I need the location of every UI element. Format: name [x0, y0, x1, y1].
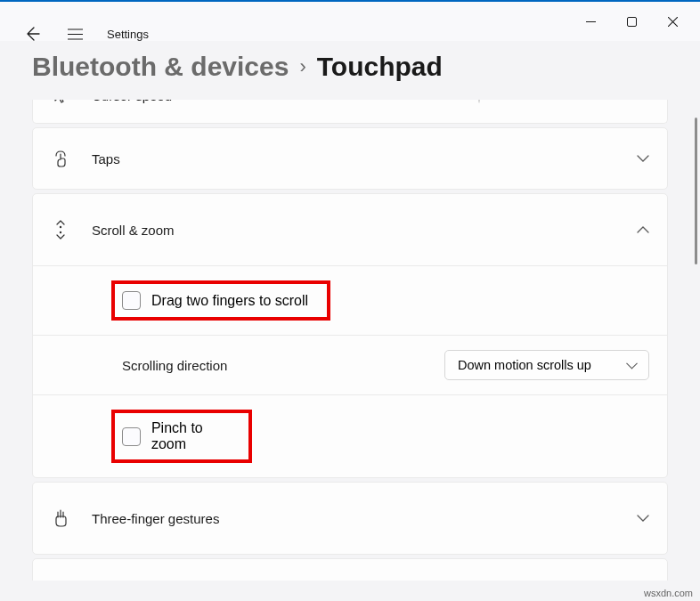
scrollbar[interactable]	[694, 118, 699, 581]
chevron-right-icon: ›	[299, 55, 305, 78]
row-scroll-zoom[interactable]: Scroll & zoom	[33, 194, 667, 265]
close-icon	[668, 17, 678, 27]
row-three-finger[interactable]: Three-finger gestures	[33, 483, 667, 554]
dropdown-value: Down motion scrolls up	[458, 358, 591, 372]
svg-point-2	[60, 226, 61, 228]
highlight-pinch-zoom: Pinch to zoom	[111, 410, 252, 463]
drag-scroll-label: Drag two fingers to scroll	[151, 293, 308, 309]
section-taps: Taps	[32, 127, 668, 190]
row-cursor-speed[interactable]: Cursor speed	[33, 100, 667, 123]
checkbox-drag-scroll[interactable]	[122, 291, 141, 310]
row-taps[interactable]: Taps	[33, 128, 667, 189]
dropdown-scroll-direction[interactable]: Down motion scrolls up	[444, 350, 649, 380]
scrollbar-thumb[interactable]	[695, 118, 697, 264]
three-finger-icon	[51, 508, 70, 528]
minimize-icon	[586, 21, 596, 22]
back-button[interactable]	[21, 23, 43, 45]
breadcrumb-parent[interactable]: Bluetooth & devices	[32, 52, 289, 82]
section-cursor-speed: Cursor speed	[32, 100, 668, 124]
svg-point-3	[60, 231, 61, 233]
cursor-speed-label: Cursor speed	[92, 100, 457, 103]
menu-button[interactable]	[64, 23, 85, 45]
chevron-up-icon	[637, 226, 649, 233]
close-button[interactable]	[652, 7, 693, 36]
svg-rect-0	[586, 21, 596, 22]
maximize-icon	[627, 17, 637, 27]
scroll-zoom-label: Scroll & zoom	[92, 223, 615, 238]
chevron-down-icon	[637, 155, 649, 162]
row-drag-scroll: Drag two fingers to scroll	[33, 265, 667, 335]
section-four-finger: Four-finger gestures	[32, 558, 668, 581]
taps-label: Taps	[92, 151, 615, 166]
row-four-finger[interactable]: Four-finger gestures	[33, 559, 667, 581]
svg-rect-1	[627, 17, 636, 26]
section-scroll-zoom: Scroll & zoom Drag two fingers to scroll…	[32, 193, 668, 478]
back-arrow-icon	[24, 26, 40, 42]
app-title: Settings	[107, 28, 149, 41]
section-three-finger: Three-finger gestures	[32, 482, 668, 555]
row-pinch-zoom: Pinch to zoom	[33, 394, 667, 477]
minimize-button[interactable]	[570, 7, 611, 36]
highlight-drag-scroll: Drag two fingers to scroll	[111, 280, 330, 321]
watermark: wsxdn.com	[644, 588, 693, 598]
nav-bar: Settings	[0, 14, 149, 53]
settings-content: Cursor speed Taps Scroll & zoom	[0, 100, 700, 581]
checkbox-pinch-zoom[interactable]	[122, 427, 141, 446]
maximize-button[interactable]	[611, 7, 652, 36]
pinch-zoom-label: Pinch to zoom	[151, 420, 241, 452]
three-finger-label: Three-finger gestures	[92, 511, 615, 526]
breadcrumb-current: Touchpad	[317, 52, 443, 82]
scroll-zoom-icon	[51, 220, 70, 240]
four-finger-icon	[51, 580, 70, 581]
row-scroll-direction: Scrolling direction Down motion scrolls …	[33, 335, 667, 394]
cursor-icon	[51, 100, 70, 103]
scroll-direction-label: Scrolling direction	[122, 358, 430, 373]
chevron-down-icon	[637, 515, 649, 522]
cursor-speed-slider[interactable]	[478, 100, 480, 103]
hamburger-icon	[68, 28, 83, 40]
tap-icon	[51, 150, 70, 167]
